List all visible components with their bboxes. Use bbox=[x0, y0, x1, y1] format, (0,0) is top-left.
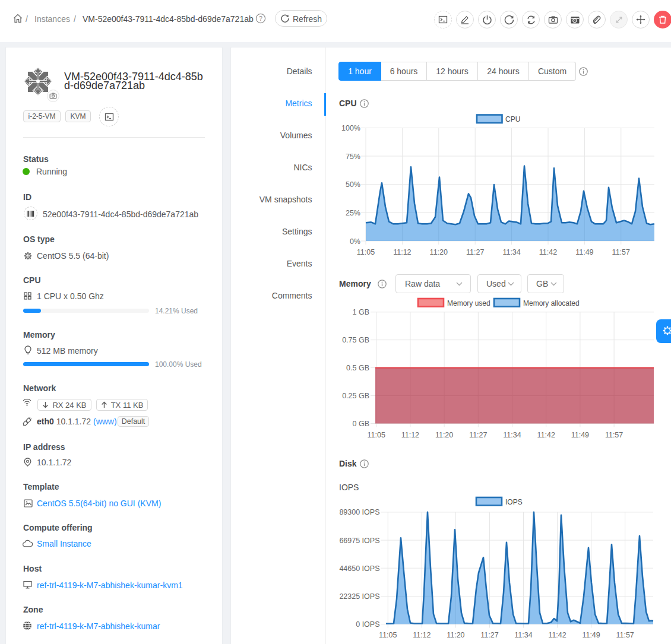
svg-text:11:12: 11:12 bbox=[393, 248, 411, 256]
svg-text:1 GB: 1 GB bbox=[353, 308, 370, 316]
svg-text:50%: 50% bbox=[346, 180, 360, 189]
svg-text:0.5 GB: 0.5 GB bbox=[346, 364, 369, 372]
svg-text:Memory allocated: Memory allocated bbox=[523, 299, 580, 307]
svg-text:11:12: 11:12 bbox=[401, 431, 419, 439]
svg-text:0.75 GB: 0.75 GB bbox=[342, 336, 369, 344]
svg-text:CPU: CPU bbox=[505, 115, 520, 123]
svg-text:44650 IOPS: 44650 IOPS bbox=[339, 564, 379, 573]
svg-text:11:57: 11:57 bbox=[605, 431, 623, 439]
svg-text:11:49: 11:49 bbox=[575, 248, 593, 256]
svg-text:0.25 GB: 0.25 GB bbox=[342, 392, 369, 400]
svg-text:11:57: 11:57 bbox=[612, 248, 630, 256]
svg-text:11:27: 11:27 bbox=[466, 248, 484, 256]
svg-text:11:05: 11:05 bbox=[379, 631, 397, 639]
svg-text:IOPS: IOPS bbox=[505, 498, 523, 506]
svg-text:89300 IOPS: 89300 IOPS bbox=[339, 508, 379, 516]
svg-text:11:05: 11:05 bbox=[368, 431, 385, 439]
svg-text:22325 IOPS: 22325 IOPS bbox=[339, 592, 379, 601]
svg-text:0 GB: 0 GB bbox=[353, 420, 370, 428]
svg-text:11:49: 11:49 bbox=[582, 631, 600, 639]
svg-text:0%: 0% bbox=[350, 237, 360, 246]
svg-text:11:05: 11:05 bbox=[357, 248, 375, 256]
svg-text:11:27: 11:27 bbox=[469, 431, 487, 439]
svg-text:0 IOPS: 0 IOPS bbox=[356, 620, 379, 629]
svg-text:75%: 75% bbox=[346, 153, 360, 161]
svg-text:11:49: 11:49 bbox=[571, 431, 589, 439]
svg-text:11:42: 11:42 bbox=[537, 431, 555, 439]
svg-text:11:34: 11:34 bbox=[503, 431, 521, 439]
svg-text:11:27: 11:27 bbox=[480, 631, 498, 639]
svg-text:11:42: 11:42 bbox=[548, 631, 566, 639]
svg-text:11:34: 11:34 bbox=[502, 248, 520, 256]
svg-text:66975 IOPS: 66975 IOPS bbox=[339, 537, 379, 545]
svg-text:11:20: 11:20 bbox=[435, 431, 453, 439]
svg-text:25%: 25% bbox=[346, 209, 360, 217]
svg-text:Memory used: Memory used bbox=[447, 299, 490, 307]
svg-text:?: ? bbox=[259, 15, 262, 22]
svg-text:11:20: 11:20 bbox=[447, 631, 464, 639]
svg-text:100%: 100% bbox=[341, 124, 360, 132]
svg-text:11:34: 11:34 bbox=[514, 631, 532, 639]
svg-text:11:12: 11:12 bbox=[413, 631, 431, 639]
svg-text:11:57: 11:57 bbox=[616, 631, 634, 639]
svg-text:11:20: 11:20 bbox=[430, 248, 448, 256]
svg-text:11:42: 11:42 bbox=[539, 248, 557, 256]
